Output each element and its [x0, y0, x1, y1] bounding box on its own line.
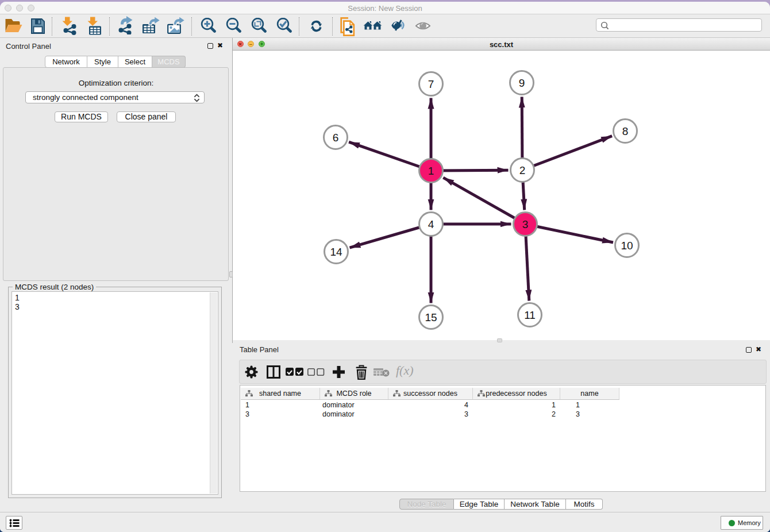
- svg-text:2: 2: [519, 164, 526, 176]
- svg-text:14: 14: [330, 246, 342, 258]
- svg-text:9: 9: [519, 77, 525, 89]
- svg-text:11: 11: [524, 309, 536, 321]
- svg-text:10: 10: [621, 240, 633, 252]
- svg-text:1: 1: [428, 165, 434, 177]
- svg-text:4: 4: [428, 218, 434, 230]
- svg-text:3: 3: [522, 218, 529, 230]
- svg-text:6: 6: [333, 132, 339, 144]
- svg-text:7: 7: [428, 78, 434, 90]
- svg-text:8: 8: [622, 125, 629, 137]
- svg-text:15: 15: [425, 311, 437, 323]
